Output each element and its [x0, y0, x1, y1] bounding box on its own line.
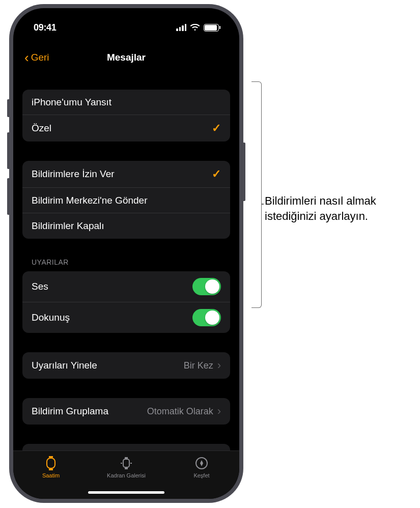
svg-rect-2 — [49, 469, 53, 470]
notifications-off-label: Bildirimler Kapalı — [32, 220, 104, 232]
back-button[interactable]: ‹ Geri — [24, 51, 49, 64]
send-to-center-row[interactable]: Bildirim Merkezi'ne Gönder — [22, 188, 230, 213]
phone-frame: 09:41 ‹ Geri Me — [9, 4, 243, 503]
allow-notifications-row[interactable]: Bildirimlere İzin Ver ✓ — [22, 161, 230, 188]
face-gallery-icon — [119, 456, 134, 470]
notification-grouping-value: Otomatik Olarak — [147, 406, 213, 417]
battery-icon — [204, 24, 219, 32]
svg-rect-1 — [49, 456, 53, 458]
checkmark-icon: ✓ — [212, 167, 221, 181]
svg-rect-4 — [125, 457, 128, 459]
repeat-alerts-row[interactable]: Uyarıları Yinele Bir Kez › — [22, 352, 230, 379]
repeat-alerts-label: Uyarıları Yinele — [32, 360, 97, 371]
svg-rect-3 — [123, 459, 129, 467]
mirror-iphone-label: iPhone'umu Yansıt — [32, 97, 111, 108]
svg-rect-0 — [47, 458, 55, 468]
cellular-signal-icon — [176, 24, 186, 31]
haptic-row: Dokunuş — [22, 302, 230, 333]
mirror-iphone-row[interactable]: iPhone'umu Yansıt — [22, 90, 230, 115]
send-to-center-label: Bildirim Merkezi'ne Gönder — [32, 195, 147, 206]
custom-row[interactable]: Özel ✓ — [22, 115, 230, 142]
allow-notifications-label: Bildirimlere İzin Ver — [32, 168, 115, 180]
default-replies-row[interactable]: Saptanmış Yanıtlar › — [22, 444, 230, 450]
status-time: 09:41 — [34, 22, 57, 33]
tab-discover-label: Keşfet — [193, 472, 209, 478]
tab-my-watch[interactable]: Saatim — [23, 456, 79, 478]
callout-text: Bildirimleri nasıl almak istediğinizi ay… — [265, 193, 415, 223]
tab-my-watch-label: Saatim — [42, 472, 60, 478]
haptic-toggle[interactable] — [192, 309, 221, 326]
repeat-alerts-group: Uyarıları Yinele Bir Kez › — [22, 352, 230, 379]
chevron-left-icon: ‹ — [24, 51, 29, 64]
tab-face-gallery-label: Kadran Galerisi — [107, 472, 146, 478]
alerts-section-header: UYARILAR — [22, 258, 230, 271]
page-title: Mesajlar — [107, 52, 146, 63]
mirror-settings-group: iPhone'umu Yansıt Özel ✓ — [22, 90, 230, 142]
chevron-right-icon: › — [217, 405, 221, 418]
notification-grouping-group: Bildirim Gruplama Otomatik Olarak › — [22, 398, 230, 425]
back-label: Geri — [31, 52, 49, 63]
checkmark-icon: ✓ — [212, 122, 221, 135]
alerts-group: Ses Dokunuş — [22, 271, 230, 333]
status-icons — [176, 24, 219, 32]
default-replies-group: Saptanmış Yanıtlar › — [22, 444, 230, 450]
notifications-off-row[interactable]: Bildirimler Kapalı — [22, 213, 230, 239]
compass-icon — [194, 456, 209, 470]
custom-label: Özel — [32, 123, 51, 134]
notification-grouping-label: Bildirim Gruplama — [32, 406, 108, 417]
sound-label: Ses — [32, 281, 48, 292]
sound-row: Ses — [22, 271, 230, 302]
home-indicator[interactable] — [88, 491, 164, 494]
haptic-label: Dokunuş — [32, 312, 70, 323]
tab-discover[interactable]: Keşfet — [174, 456, 230, 478]
dynamic-island — [91, 17, 162, 38]
notification-mode-group: Bildirimlere İzin Ver ✓ Bildirim Merkezi… — [22, 161, 230, 239]
callout-line — [262, 204, 264, 205]
wifi-icon — [190, 24, 200, 32]
content-area[interactable]: iPhone'umu Yansıt Özel ✓ Bildirimlere İz… — [13, 79, 239, 450]
tab-face-gallery[interactable]: Kadran Galerisi — [98, 456, 154, 478]
phone-screen: 09:41 ‹ Geri Me — [13, 8, 239, 499]
svg-marker-9 — [200, 460, 203, 466]
chevron-right-icon: › — [217, 359, 221, 372]
repeat-alerts-value: Bir Kez — [184, 360, 213, 371]
notification-grouping-row[interactable]: Bildirim Gruplama Otomatik Olarak › — [22, 398, 230, 425]
watch-icon — [43, 456, 59, 470]
navigation-bar: ‹ Geri Mesajlar — [13, 45, 239, 70]
sound-toggle[interactable] — [192, 278, 221, 295]
callout-bracket — [251, 81, 262, 308]
svg-rect-5 — [125, 468, 128, 469]
